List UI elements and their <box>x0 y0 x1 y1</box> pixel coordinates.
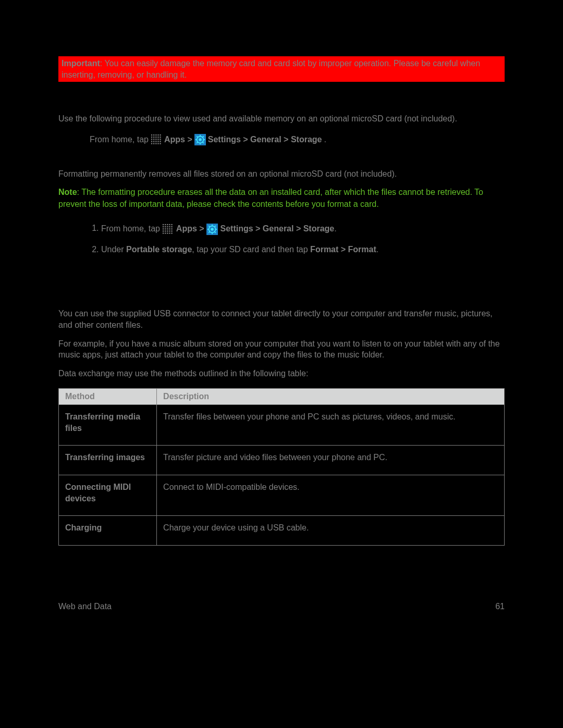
format-intro: Formatting permanently removes all files… <box>58 168 505 180</box>
cell-method: Transferring media files <box>59 405 157 446</box>
note-label: Note <box>58 188 77 196</box>
svg-rect-57 <box>165 232 166 233</box>
svg-rect-38 <box>167 224 168 225</box>
svg-rect-37 <box>165 224 166 225</box>
important-text: : You can easily damage the memory card … <box>62 59 480 79</box>
cell-method: Transferring images <box>59 446 157 475</box>
svg-rect-21 <box>153 143 154 144</box>
step-text-prefix: From home, tap <box>90 135 149 144</box>
footer-page-number: 61 <box>495 602 505 611</box>
cell-desc: Connect to MIDI-compatible devices. <box>157 475 505 516</box>
svg-rect-20 <box>151 143 152 144</box>
svg-rect-48 <box>167 228 168 229</box>
svg-rect-40 <box>172 224 173 225</box>
svg-rect-42 <box>165 226 166 227</box>
settings-gear-icon <box>206 224 218 235</box>
svg-rect-24 <box>160 143 161 144</box>
step1-apps: Apps > <box>176 224 206 233</box>
cell-desc: Charge your device using a USB cable. <box>157 516 505 546</box>
step1-prefix: From home, tap <box>101 224 162 233</box>
svg-rect-44 <box>169 226 170 227</box>
svg-rect-16 <box>153 141 154 142</box>
svg-rect-59 <box>169 232 170 233</box>
apps-grid-icon <box>151 134 162 145</box>
svg-rect-19 <box>160 141 161 142</box>
cell-desc: Transfer picture and video files between… <box>157 446 505 475</box>
svg-rect-36 <box>163 224 164 225</box>
step-period: . <box>324 135 326 144</box>
step1-settings: Settings > General > Storage <box>221 224 335 233</box>
svg-rect-49 <box>169 228 170 229</box>
svg-rect-45 <box>172 226 173 227</box>
cell-method: Charging <box>59 516 157 546</box>
step2-d: Format > Format <box>310 245 376 254</box>
step2-c: , tap your SD card and then tap <box>192 245 310 254</box>
svg-rect-3 <box>157 134 158 135</box>
apps-label: Apps > <box>164 135 192 144</box>
svg-rect-1 <box>153 134 154 135</box>
svg-rect-11 <box>153 139 154 140</box>
svg-rect-58 <box>167 232 168 233</box>
svg-rect-47 <box>165 228 166 229</box>
svg-rect-14 <box>160 139 161 140</box>
transfer-p1: You can use the supplied USB connector t… <box>58 308 505 330</box>
step2-e: . <box>376 245 378 254</box>
format-steps-list: From home, tap Apps > <box>90 221 505 256</box>
table-head-description: Description <box>157 389 505 405</box>
svg-rect-39 <box>169 224 170 225</box>
table-row: Charging Charge your device using a USB … <box>59 516 505 546</box>
table-row: Transferring images Transfer picture and… <box>59 446 505 475</box>
cell-method: Connecting MIDI devices <box>59 475 157 516</box>
table-row: Connecting MIDI devices Connect to MIDI-… <box>59 475 505 516</box>
svg-rect-17 <box>155 141 156 142</box>
table-head-method: Method <box>59 389 157 405</box>
svg-rect-53 <box>167 230 168 231</box>
svg-rect-12 <box>155 139 156 140</box>
svg-rect-41 <box>163 226 164 227</box>
format-step-2: Under Portable storage, tap your SD card… <box>101 243 505 256</box>
svg-rect-55 <box>172 230 173 231</box>
svg-rect-5 <box>151 137 152 138</box>
methods-table: Method Description Transferring media fi… <box>58 388 505 546</box>
settings-gear-icon <box>194 134 206 145</box>
svg-point-63 <box>211 228 214 231</box>
svg-rect-6 <box>153 137 154 138</box>
svg-rect-13 <box>157 139 158 140</box>
svg-rect-23 <box>157 143 158 144</box>
svg-rect-43 <box>167 226 168 227</box>
transfer-p2: For example, if you have a music album s… <box>58 338 505 361</box>
svg-rect-52 <box>165 230 166 231</box>
table-row: Transferring media files Transfer files … <box>59 405 505 446</box>
svg-rect-51 <box>163 230 164 231</box>
important-warning: Important: You can easily damage the mem… <box>58 56 505 82</box>
format-step-1: From home, tap Apps > <box>101 221 505 236</box>
svg-rect-8 <box>157 137 158 138</box>
svg-rect-0 <box>151 134 152 135</box>
format-note: Note: The formatting procedure erases al… <box>58 187 505 210</box>
svg-rect-22 <box>155 143 156 144</box>
important-label: Important <box>62 59 100 68</box>
svg-rect-18 <box>157 141 158 142</box>
apps-grid-icon <box>162 224 174 235</box>
svg-rect-54 <box>169 230 170 231</box>
svg-rect-50 <box>172 228 173 229</box>
svg-rect-7 <box>155 137 156 138</box>
step2-a: Under <box>101 245 126 254</box>
step1-period: . <box>334 224 336 233</box>
svg-rect-2 <box>155 134 156 135</box>
view-memory-step: From home, tap Apps > <box>90 134 505 145</box>
svg-rect-9 <box>160 137 161 138</box>
svg-rect-60 <box>172 232 173 233</box>
footer-section: Web and Data <box>58 602 112 611</box>
svg-rect-56 <box>163 232 164 233</box>
svg-rect-46 <box>163 228 164 229</box>
svg-rect-4 <box>160 134 161 135</box>
cell-desc: Transfer files between your phone and PC… <box>157 405 505 446</box>
svg-point-27 <box>199 138 202 141</box>
page-footer: Web and Data 61 <box>58 602 505 611</box>
view-memory-intro: Use the following procedure to view used… <box>58 113 505 125</box>
note-text: : The formatting procedure erases all th… <box>58 188 483 208</box>
svg-rect-10 <box>151 139 152 140</box>
transfer-p3: Data exchange may use the methods outlin… <box>58 368 505 379</box>
svg-rect-15 <box>151 141 152 142</box>
